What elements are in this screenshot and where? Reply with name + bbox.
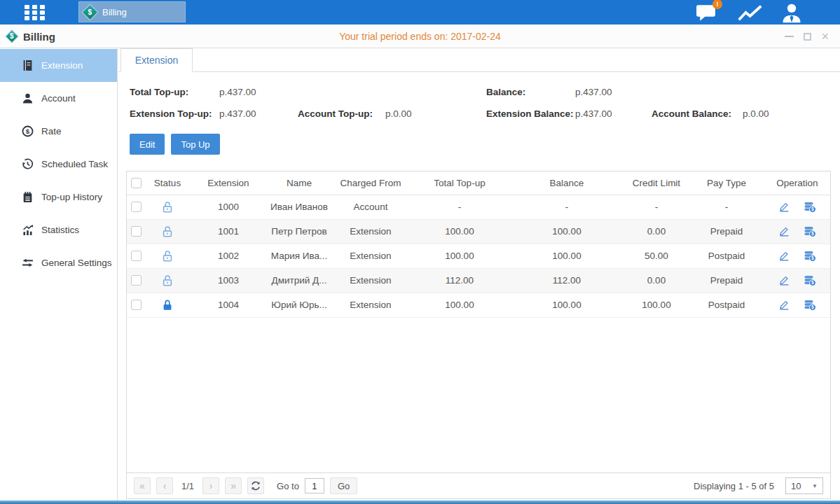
sidebar-item-statistics[interactable]: Statistics xyxy=(0,214,117,246)
toolbar: Edit Top Up xyxy=(130,134,840,155)
billing-app-icon: $ xyxy=(81,4,98,20)
last-page-button[interactable]: » xyxy=(225,477,242,494)
column-pay-type: Pay Type xyxy=(689,172,764,195)
column-charged-from: Charged From xyxy=(331,172,410,195)
edit-icon[interactable] xyxy=(778,250,790,262)
minimize-button[interactable] xyxy=(785,36,794,37)
total-topup-value: p.437.00 xyxy=(219,87,298,97)
sidebar-item-scheduled-task[interactable]: Scheduled Task xyxy=(0,148,117,181)
lock-open-icon xyxy=(161,225,174,238)
sidebar-item-rate[interactable]: $ Rate xyxy=(0,115,117,148)
refresh-button[interactable] xyxy=(247,477,264,494)
lock-open-icon xyxy=(161,201,174,214)
prev-page-button[interactable]: ‹ xyxy=(156,477,173,494)
statistics-icon xyxy=(22,224,34,236)
first-page-button[interactable]: « xyxy=(134,477,151,494)
rate-icon: $ xyxy=(22,125,34,137)
extension-topup-label: Extension Top-up: xyxy=(130,108,219,119)
app-grid-icon[interactable] xyxy=(25,5,48,20)
general-settings-icon xyxy=(22,257,34,269)
total-topup-label: Total Top-up: xyxy=(130,87,219,97)
svg-text:$: $ xyxy=(811,280,814,286)
window-title-bar: $ Billing Your trial period ends on: 201… xyxy=(0,24,840,48)
extension-balance-label: Extension Balance: xyxy=(486,108,575,119)
column-name: Name xyxy=(267,172,331,195)
tab-strip: Extension xyxy=(118,48,840,72)
column-credit-limit: Credit Limit xyxy=(624,172,689,195)
column-total-topup: Total Top-up xyxy=(410,172,509,195)
tab-extension[interactable]: Extension xyxy=(121,48,193,72)
sidebar-item-topup-history[interactable]: Top-up History xyxy=(0,181,117,214)
edit-icon[interactable] xyxy=(778,274,790,286)
taskbar-item-billing[interactable]: $ Billing xyxy=(78,1,186,22)
messages-icon[interactable]: ! xyxy=(696,3,717,22)
pagination-bar: « ‹ 1/1 › » Go to Go Displaying 1 - 5 of… xyxy=(127,472,830,498)
topup-icon[interactable]: $ xyxy=(804,202,816,213)
extensions-table: Status Extension Name Charged From Total… xyxy=(127,172,830,318)
row-checkbox[interactable] xyxy=(131,300,142,310)
close-button[interactable]: × xyxy=(821,30,829,43)
svg-text:$: $ xyxy=(811,231,814,237)
extension-icon xyxy=(22,59,34,71)
row-checkbox[interactable] xyxy=(131,275,142,286)
resource-monitor-icon[interactable] xyxy=(737,3,763,22)
goto-label: Go to xyxy=(277,481,299,491)
window-controls: × xyxy=(785,24,829,48)
window-title-text: Billing xyxy=(23,31,55,43)
table-row: 1000 Иван Иванов Account - - - - $ xyxy=(127,195,830,219)
taskbar-item-label: Billing xyxy=(102,7,127,18)
column-extension: Extension xyxy=(190,172,267,195)
user-account-icon[interactable] xyxy=(780,3,804,22)
column-balance: Balance xyxy=(509,172,624,195)
maximize-button[interactable] xyxy=(804,33,811,41)
top-up-button[interactable]: Top Up xyxy=(171,134,219,155)
sidebar-item-general-settings[interactable]: General Settings xyxy=(0,246,117,279)
edit-button[interactable]: Edit xyxy=(130,134,165,155)
main-content: Extension Total Top-up: p.437.00 Extensi… xyxy=(118,48,840,500)
table-row: 1004 Юрий Юрь... Extension 100.00 100.00… xyxy=(127,293,830,317)
table-empty-area xyxy=(127,318,830,473)
window-title: $ Billing xyxy=(7,24,55,48)
account-balance-label: Account Balance: xyxy=(652,108,743,119)
account-balance-value: p.0.00 xyxy=(743,108,840,119)
sidebar-item-account[interactable]: Account xyxy=(0,82,117,115)
desktop-edge xyxy=(0,500,840,504)
go-button[interactable]: Go xyxy=(330,477,357,494)
sidebar-item-label: Extension xyxy=(41,60,83,71)
lock-open-icon xyxy=(161,274,174,287)
column-status: Status xyxy=(145,172,190,195)
extension-topup-value: p.437.00 xyxy=(219,108,298,119)
topup-icon[interactable]: $ xyxy=(804,275,816,286)
edit-icon[interactable] xyxy=(778,299,790,311)
sidebar: Extension Account $ Rate Scheduled Task … xyxy=(0,48,118,500)
lock-open-icon xyxy=(161,250,174,262)
table-row: 1003 Дмитрий Д... Extension 112.00 112.0… xyxy=(127,268,830,293)
notification-badge: ! xyxy=(712,0,722,9)
account-topup-label: Account Top-up: xyxy=(298,108,385,119)
goto-page-input[interactable] xyxy=(305,478,324,493)
page-size-select[interactable]: 10 ▼ xyxy=(785,477,823,494)
select-all-checkbox[interactable] xyxy=(131,178,142,188)
top-bar: $ Billing ! xyxy=(0,0,840,24)
extension-balance-value: p.437.00 xyxy=(575,108,652,119)
trial-notice: Your trial period ends on: 2017-02-24 xyxy=(0,24,840,48)
sidebar-item-label: Account xyxy=(41,93,76,104)
account-topup-value: p.0.00 xyxy=(385,108,486,119)
billing-window-icon: $ xyxy=(5,29,19,43)
sidebar-item-label: Rate xyxy=(41,126,62,136)
row-checkbox[interactable] xyxy=(131,226,142,237)
chevron-down-icon: ▼ xyxy=(812,483,818,489)
scheduled-task-icon xyxy=(22,158,34,170)
sidebar-item-extension[interactable]: Extension xyxy=(0,49,117,82)
row-checkbox[interactable] xyxy=(131,251,142,261)
row-checkbox[interactable] xyxy=(131,202,142,212)
svg-text:$: $ xyxy=(811,206,814,212)
next-page-button[interactable]: › xyxy=(202,477,219,494)
displaying-text: Displaying 1 - 5 of 5 xyxy=(694,481,774,491)
column-operation: Operation xyxy=(764,172,830,195)
topup-icon[interactable]: $ xyxy=(804,300,816,311)
edit-icon[interactable] xyxy=(778,201,790,213)
topup-icon[interactable]: $ xyxy=(804,226,816,237)
edit-icon[interactable] xyxy=(778,225,790,237)
topup-icon[interactable]: $ xyxy=(804,251,816,262)
